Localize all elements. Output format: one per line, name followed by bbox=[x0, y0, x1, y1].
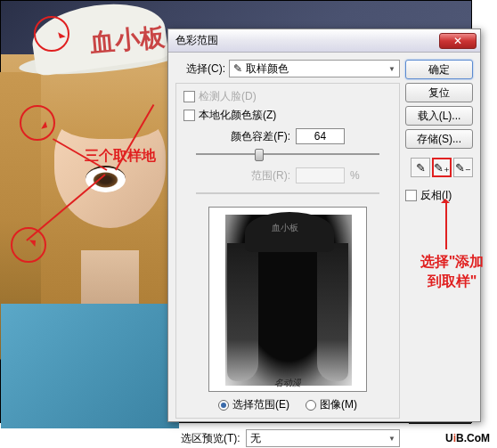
fuzziness-input[interactable] bbox=[296, 128, 345, 144]
ok-button[interactable]: 确定 bbox=[405, 60, 473, 79]
slider-track-disabled bbox=[196, 192, 379, 194]
radio-image-label[interactable]: 图像(M) bbox=[306, 397, 357, 412]
load-label: 载入(L)... bbox=[418, 109, 461, 124]
annotation-add-to-sample: 选择"添加到取样" bbox=[414, 252, 490, 292]
localized-row: 本地化颜色簇(Z) bbox=[183, 108, 392, 123]
preview-signature: 名动漫 bbox=[274, 377, 301, 389]
range-slider bbox=[196, 185, 379, 201]
callout-arrow-head bbox=[441, 194, 450, 203]
left-panel: 选择(C): ✎ 取样颜色 ▼ 检测人脸(D) 本地化颜色簇(Z) bbox=[175, 60, 400, 414]
select-dropdown[interactable]: ✎ 取样颜色 ▼ bbox=[229, 60, 400, 77]
watermark: UiB.CoM bbox=[445, 428, 490, 446]
radio-image[interactable] bbox=[306, 400, 316, 411]
color-range-dialog: 色彩范围 ✕ 选择(C): ✎ 取样颜色 ▼ 检测人脸(D) bbox=[167, 29, 481, 422]
options-block: 检测人脸(D) 本地化颜色簇(Z) 颜色容差(F): 范围(R): bbox=[175, 83, 400, 419]
watermark-rest: B.CoM bbox=[456, 432, 490, 444]
range-row: 范围(R): % bbox=[183, 167, 392, 183]
slider-track bbox=[196, 153, 379, 155]
invert-row: 反相(I) bbox=[405, 188, 473, 203]
radio-selection[interactable] bbox=[218, 400, 229, 411]
shirt bbox=[1, 304, 179, 428]
dialog-title: 色彩范围 bbox=[175, 33, 218, 48]
preview-hair-left bbox=[227, 243, 258, 381]
detect-faces-checkbox[interactable] bbox=[183, 91, 195, 102]
eyedropper-tool[interactable]: ✎ bbox=[411, 158, 430, 177]
close-icon: ✕ bbox=[453, 35, 462, 47]
load-button[interactable]: 载入(L)... bbox=[405, 106, 473, 126]
ok-label: 确定 bbox=[428, 62, 450, 77]
preview-dropdown[interactable]: 无 ▼ bbox=[246, 429, 400, 447]
slider-thumb[interactable] bbox=[255, 149, 264, 161]
radio-selection-label[interactable]: 选择范围(E) bbox=[218, 397, 289, 412]
preview-select-row: 选区预览(T): 无 ▼ bbox=[175, 429, 400, 447]
eyedropper-icon: ✎ bbox=[233, 62, 242, 75]
chevron-down-icon: ▼ bbox=[388, 65, 395, 73]
character-illustration: 血小板 bbox=[1, 1, 179, 424]
cancel-label: 复位 bbox=[428, 86, 450, 101]
watermark-u: U bbox=[445, 432, 453, 444]
fuzziness-label: 颜色容差(F): bbox=[210, 129, 290, 144]
radio-row: 选择范围(E) 图像(M) bbox=[183, 397, 392, 412]
chevron-down-icon: ▼ bbox=[388, 435, 395, 443]
annotation-sample-points: 三个取样地 bbox=[85, 147, 156, 166]
range-label: 范围(R): bbox=[210, 168, 290, 183]
right-panel: 确定 复位 载入(L)... 存储(S)... ✎ ✎₊ ✎₋ 反相(I) bbox=[405, 60, 473, 414]
close-button[interactable]: ✕ bbox=[439, 33, 477, 49]
range-input bbox=[296, 167, 345, 183]
save-label: 存储(S)... bbox=[417, 132, 461, 147]
cancel-button[interactable]: 复位 bbox=[405, 83, 473, 102]
preview-hat-text: 血小板 bbox=[272, 222, 298, 234]
fuzziness-slider[interactable] bbox=[196, 146, 379, 162]
eyedropper-add-tool[interactable]: ✎₊ bbox=[432, 158, 452, 177]
select-value: 取样颜色 bbox=[246, 61, 289, 77]
eyedropper-group: ✎ ✎₊ ✎₋ bbox=[405, 158, 473, 177]
select-label: 选择(C): bbox=[186, 61, 225, 77]
range-unit: % bbox=[350, 169, 360, 182]
localized-checkbox[interactable] bbox=[183, 110, 195, 121]
hat-text: 血小板 bbox=[89, 20, 167, 60]
detect-faces-row: 检测人脸(D) bbox=[183, 89, 392, 104]
selection-preview: 血小板 名动漫 bbox=[208, 207, 367, 392]
radio-selection-text: 选择范围(E) bbox=[232, 397, 289, 412]
dialog-body: 选择(C): ✎ 取样颜色 ▼ 检测人脸(D) 本地化颜色簇(Z) bbox=[168, 53, 480, 421]
sample-circle-3 bbox=[11, 227, 46, 263]
detect-faces-label: 检测人脸(D) bbox=[199, 89, 257, 104]
preview-value: 无 bbox=[250, 431, 261, 446]
dialog-titlebar[interactable]: 色彩范围 ✕ bbox=[168, 29, 480, 53]
sample-circle-1 bbox=[34, 16, 69, 52]
callout-arrow-line bbox=[445, 200, 447, 249]
eyedropper-subtract-tool[interactable]: ✎₋ bbox=[453, 158, 473, 177]
select-row: 选择(C): ✎ 取样颜色 ▼ bbox=[175, 60, 400, 77]
localized-label: 本地化颜色簇(Z) bbox=[199, 108, 276, 123]
preview-hair-right bbox=[317, 243, 348, 381]
preview-select-label: 选区预览(T): bbox=[181, 431, 240, 446]
fuzziness-row: 颜色容差(F): bbox=[183, 128, 392, 144]
radio-image-text: 图像(M) bbox=[320, 397, 357, 412]
save-button[interactable]: 存储(S)... bbox=[405, 129, 473, 149]
invert-checkbox[interactable] bbox=[405, 190, 417, 201]
